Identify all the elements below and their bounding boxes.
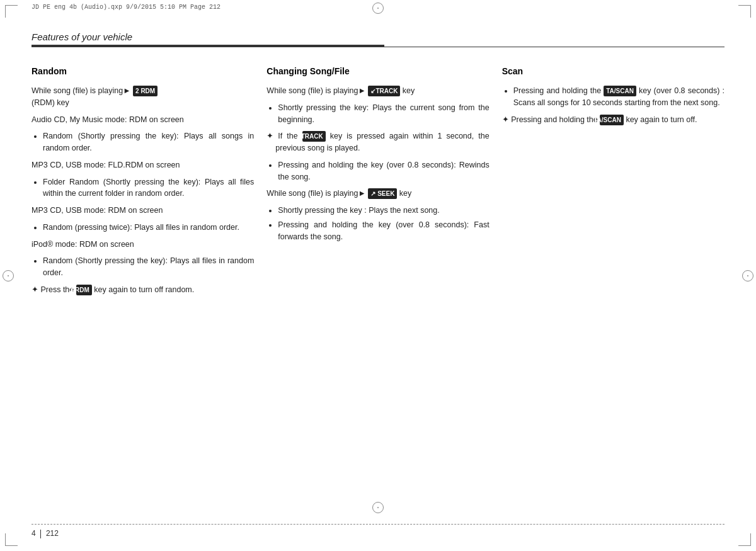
random-bullet-1: Random (Shortly pressing the key): Plays…: [43, 130, 254, 154]
random-bullet-2: Folder Random (Shortly pressing the key)…: [43, 176, 254, 200]
mp3-line-2: MP3 CD, USB mode: RDM on screen: [32, 205, 254, 217]
changing-song-intro-2: While song (file) is playing► ↗ SEEK key: [266, 188, 489, 200]
page-number-chapter: 4: [32, 529, 36, 538]
bottom-area: 4 212: [32, 524, 724, 538]
changing-song-title: Changing Song/File: [266, 66, 489, 76]
scan-bullet-1: Pressing and holding the TA/SCAN key (ov…: [513, 85, 724, 109]
random-section: Random While song (file) is playing► 2 R…: [32, 66, 254, 301]
ta-scan-badge-2: TA/SCAN: [600, 115, 624, 125]
random-title: Random: [32, 66, 254, 76]
mp3-line-1: MP3 CD, USB mode: FLD.RDM on screen: [32, 159, 254, 171]
scan-note-1: ✦ Pressing and holding the TA/SCAN key a…: [502, 114, 724, 126]
registration-circle-left: [3, 270, 14, 281]
random-bullet-3: Random (pressing twice): Plays all files…: [43, 222, 254, 234]
header-divider: [32, 47, 724, 47]
ipod-line: iPod® mode: RDM on screen: [32, 239, 254, 251]
scan-section: Scan Pressing and holding the TA/SCAN ke…: [502, 66, 724, 301]
crop-mark-top-left: [5, 5, 18, 18]
changing-song-bullets-2: Pressing and holding the key (over 0.8 s…: [278, 159, 489, 183]
crop-mark-bottom-right: [738, 533, 751, 546]
changing-song-bullet-1: Shortly pressing the key: Plays the curr…: [278, 102, 489, 126]
changing-song-intro-1: While song (file) is playing► ↙TRACK key: [266, 85, 489, 97]
changing-song-note-1: ✦ If the ↙TRACK key is pressed again wit…: [266, 130, 489, 154]
rdm-badge-2: 2 RDM: [76, 285, 92, 295]
columns-container: Random While song (file) is playing► 2 R…: [32, 66, 724, 301]
changing-song-section: Changing Song/File While song (file) is …: [266, 66, 489, 301]
random-bullet-4: Random (Shortly pressing the key): Plays…: [43, 255, 254, 279]
main-content: Features of your vehicle Random While so…: [32, 31, 724, 520]
registration-circle-top: [372, 3, 384, 14]
scan-title: Scan: [502, 66, 724, 76]
changing-song-bullet-3: Shortly pressing the key : Plays the nex…: [278, 205, 489, 217]
changing-song-bullet-4: Pressing and holding the key (over 0.8 s…: [278, 219, 489, 243]
ta-scan-badge-1: TA/SCAN: [604, 86, 636, 96]
audio-cd-line: Audio CD, My Music mode: RDM on screen: [32, 114, 254, 126]
random-bullets-1: Random (Shortly pressing the key): Plays…: [43, 130, 254, 154]
random-bullets-3: Random (pressing twice): Plays all files…: [43, 222, 254, 234]
track-badge-down-2: ↙TRACK: [302, 131, 326, 142]
page-header: Features of your vehicle: [32, 31, 724, 47]
seek-badge: ↗ SEEK: [368, 188, 397, 199]
random-note: ✦ Press the 2 RDM key again to turn off …: [32, 284, 254, 296]
changing-song-bullets-3: Shortly pressing the key : Plays the nex…: [278, 205, 489, 242]
file-info-header: JD PE eng 4b (Audio).qxp 9/9/2015 5:10 P…: [32, 4, 220, 11]
changing-song-bullet-2: Pressing and holding the key (over 0.8 s…: [278, 159, 489, 183]
registration-circle-right: [742, 270, 753, 281]
crop-mark-bottom-left: [5, 533, 18, 546]
random-bullets-2: Folder Random (Shortly pressing the key)…: [43, 176, 254, 200]
scan-bullets-1: Pressing and holding the TA/SCAN key (ov…: [513, 85, 724, 109]
page-number: 212: [46, 529, 59, 538]
crop-mark-top-right: [738, 5, 751, 18]
changing-song-bullets-1: Shortly pressing the key: Plays the curr…: [278, 102, 489, 126]
page-title: Features of your vehicle: [32, 31, 384, 47]
track-badge-down: ↙TRACK: [368, 86, 400, 96]
page-number-separator: [40, 530, 41, 538]
random-bullets-4: Random (Shortly pressing the key): Plays…: [43, 255, 254, 279]
random-intro: While song (file) is playing► 2 RDM (RDM…: [32, 85, 254, 109]
rdm-badge-1: 2 RDM: [133, 86, 158, 96]
